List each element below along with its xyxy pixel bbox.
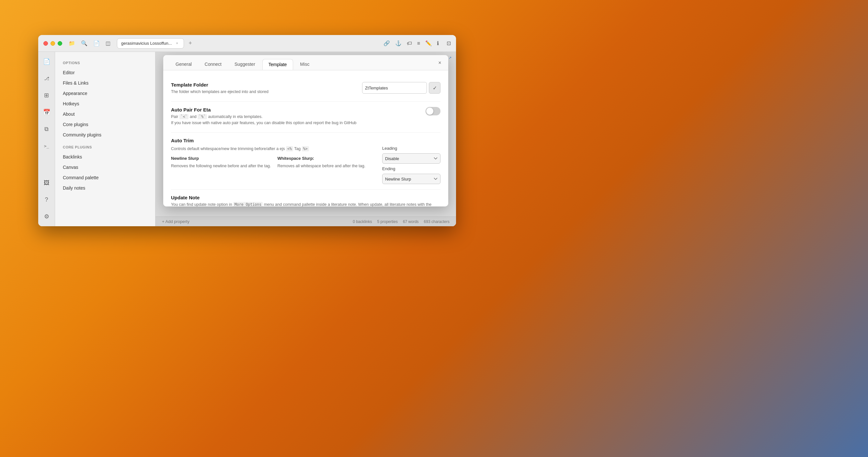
maximize-button[interactable] [58, 41, 62, 46]
minimize-button[interactable] [51, 41, 55, 46]
settings-dialog: × General Connect Suggester Template Mis… [163, 55, 448, 206]
info-icon[interactable]: ℹ [437, 40, 439, 46]
sidebar-icon-help[interactable]: ? [41, 194, 53, 205]
tab-connect[interactable]: Connect [199, 59, 227, 70]
template-folder-confirm-button[interactable]: ✓ [429, 82, 440, 94]
settings-item-canvas[interactable]: Canvas [55, 162, 155, 172]
auto-trim-row: Auto Trim Controls default whitespace/ne… [171, 133, 440, 190]
update-note-row: Update Note You can find update note opt… [171, 190, 440, 206]
settings-item-appearance[interactable]: Appearance [55, 88, 155, 98]
tab-suggester[interactable]: Suggester [229, 59, 261, 70]
settings-item-about[interactable]: About [55, 109, 155, 119]
sidebar-icon-terminal[interactable]: >_ [41, 140, 53, 152]
settings-item-command-palette[interactable]: Command palette [55, 172, 155, 183]
leading-select-group: Leading Disable Newline Slurp Whitespace… [382, 146, 440, 164]
auto-trim-desc-text: Controls default whitespace/new line tri… [171, 146, 377, 152]
auto-pair-title: Auto Pair For Eta [171, 107, 356, 112]
settings-item-editor[interactable]: Editor [55, 67, 155, 78]
auto-trim-title: Auto Trim [171, 138, 440, 143]
template-folder-left: Template Folder The folder which templat… [171, 82, 269, 95]
auto-pair-row: Auto Pair For Eta Pair `<` and `%` autom… [171, 102, 440, 133]
leading-label: Leading [382, 146, 440, 151]
sidebar-icon-image[interactable]: 🖼 [41, 177, 53, 189]
sidebar-icon-grid[interactable]: ⊞ [41, 89, 53, 101]
settings-item-core-plugins[interactable]: Core plugins [55, 119, 155, 130]
titlebar-right-icons: 🔗 ⚓ 🏷 ≡ ✏️ ℹ ⊡ [383, 40, 451, 46]
template-folder-desc: The folder which templates are ejected i… [171, 89, 269, 95]
dialog-close-button[interactable]: × [436, 59, 444, 67]
options-label: Options [55, 61, 155, 67]
auto-pair-toggle[interactable] [426, 107, 440, 115]
trim-cols-wrapper: Newline Slurp Removes the following newl… [171, 155, 377, 169]
auto-pair-header: Auto Pair For Eta Pair `<` and `%` autom… [171, 107, 440, 126]
tab-close-button[interactable]: × [175, 41, 180, 46]
bookmark-icon[interactable]: 🔗 [383, 40, 390, 46]
template-folder-header: Template Folder The folder which templat… [171, 82, 440, 95]
sidebar-icon-pages[interactable]: ⧉ [41, 123, 53, 135]
ending-select-group: Ending Disable Newline Slurp Whitespace … [382, 166, 440, 184]
new-note-icon[interactable]: 📄 [93, 40, 100, 46]
dialog-body: Template Folder The folder which templat… [163, 70, 448, 206]
main-window: 📁 🔍 📄 ◫ gerasimavicius Lossoffun... × + … [38, 35, 456, 226]
auto-pair-desc2: If you have issue with native auto pair … [171, 120, 356, 126]
settings-item-files-links[interactable]: Files & Links [55, 78, 155, 88]
close-button[interactable] [43, 41, 48, 46]
settings-content: ge 1 × General Connect Suggester Templat… [155, 52, 456, 226]
auto-pair-desc1: Pair `<` and `%` automatically in eta te… [171, 114, 356, 120]
folder-icon[interactable]: 📁 [69, 40, 75, 46]
settings-item-hotkeys[interactable]: Hotkeys [55, 98, 155, 109]
whitespace-slurp-col: Whitespace Slurp: Removes all whitespace… [278, 155, 366, 169]
dialog-overlay: × General Connect Suggester Template Mis… [155, 52, 456, 226]
update-note-desc: You can find update note option in More … [171, 202, 440, 206]
template-folder-title: Template Folder [171, 82, 269, 87]
settings-item-backlinks[interactable]: Backlinks [55, 152, 155, 162]
tab-bar: gerasimavicius Lossoffun... × + [117, 38, 380, 49]
main-content: 📄 ⎇ ⊞ 📅 ⧉ >_ 🖼 ? ⚙ Options Editor Files … [38, 52, 456, 226]
layout-icon[interactable]: ⊡ [446, 40, 451, 46]
sidebar-icon-calendar[interactable]: 📅 [41, 106, 53, 118]
whitespace-slurp-title: Whitespace Slurp: [278, 155, 366, 162]
search-icon[interactable]: 🔍 [81, 40, 88, 46]
traffic-lights [43, 41, 62, 46]
settings-item-community-plugins[interactable]: Community plugins [55, 130, 155, 140]
sidebar-icon-graph[interactable]: ⎇ [41, 73, 53, 84]
tab-misc[interactable]: Misc [294, 59, 315, 70]
highlight-icon[interactable]: ✏️ [425, 40, 432, 46]
newline-slurp-title: Newline Slurp [171, 155, 271, 162]
tag-icon[interactable]: 🏷 [407, 40, 412, 46]
newline-slurp-col: Newline Slurp Removes the following newl… [171, 155, 271, 169]
trim-controls: Leading Disable Newline Slurp Whitespace… [382, 146, 440, 184]
tab-label: gerasimavicius Lossoffun... [121, 41, 172, 46]
ending-select[interactable]: Disable Newline Slurp Whitespace Slurp [382, 174, 440, 184]
sidebar-icon-file[interactable]: 📄 [41, 56, 53, 67]
ending-label: Ending [382, 166, 440, 171]
newline-slurp-desc: Removes the following newline before and… [171, 163, 271, 169]
update-note-title: Update Note [171, 195, 440, 200]
core-plugins-label: Core plugins [55, 145, 155, 152]
leading-select[interactable]: Disable Newline Slurp Whitespace Slurp [382, 153, 440, 164]
list-icon[interactable]: ≡ [417, 40, 420, 46]
auto-trim-desc: Controls default whitespace/new line tri… [171, 146, 377, 184]
template-folder-row: Template Folder The folder which templat… [171, 77, 440, 102]
settings-panel: Options Editor Files & Links Appearance … [55, 52, 155, 226]
toggle-knob [426, 108, 433, 115]
tab-template[interactable]: Template [262, 59, 293, 70]
sidebar-icon-settings[interactable]: ⚙ [41, 211, 53, 222]
titlebar-left-icons: 📁 🔍 📄 ◫ [69, 40, 111, 46]
add-tab-button[interactable]: + [186, 39, 195, 48]
auto-trim-content: Controls default whitespace/new line tri… [171, 146, 440, 184]
link-icon[interactable]: ⚓ [395, 40, 402, 46]
template-folder-input[interactable] [362, 82, 427, 94]
tab-item[interactable]: gerasimavicius Lossoffun... × [117, 38, 184, 49]
tab-general[interactable]: General [170, 59, 197, 70]
template-folder-input-group: ✓ [362, 82, 440, 94]
sidebar-toggle-icon[interactable]: ◫ [105, 40, 111, 46]
dialog-tab-bar: General Connect Suggester Template Misc [163, 55, 448, 70]
whitespace-slurp-desc: Removes all whitespace before and after … [278, 163, 366, 169]
titlebar: 📁 🔍 📄 ◫ gerasimavicius Lossoffun... × + … [38, 35, 456, 52]
trim-cols: Newline Slurp Removes the following newl… [171, 155, 377, 169]
sidebar: 📄 ⎇ ⊞ 📅 ⧉ >_ 🖼 ? ⚙ [38, 52, 55, 226]
auto-pair-left: Auto Pair For Eta Pair `<` and `%` autom… [171, 107, 356, 126]
settings-item-daily-notes[interactable]: Daily notes [55, 183, 155, 193]
